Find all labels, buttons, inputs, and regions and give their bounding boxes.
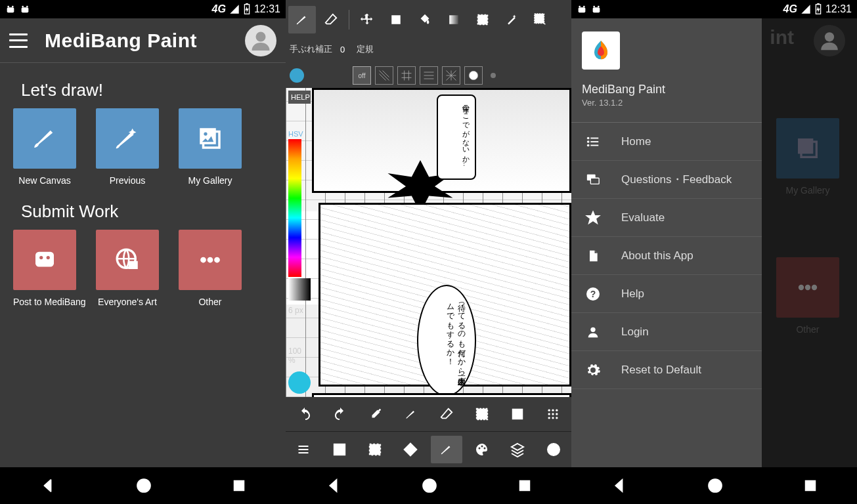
tool-wand[interactable]	[498, 6, 525, 33]
svg-point-32	[556, 410, 558, 411]
svg-rect-23	[449, 15, 458, 24]
drawer-item-feedback[interactable]: Questions・Feedback	[571, 161, 762, 199]
home-button[interactable]	[707, 477, 724, 494]
svg-rect-53	[593, 7, 600, 12]
left-panel: HELP HSV 6 px 100 %	[286, 88, 313, 397]
svg-rect-41	[405, 444, 416, 455]
avatar-button[interactable]	[245, 25, 276, 56]
recent-button[interactable]	[517, 478, 532, 493]
svg-point-62	[587, 136, 590, 139]
svg-point-51	[593, 6, 595, 8]
app-header: MediBang Paint	[0, 18, 286, 63]
transform-button[interactable]	[506, 402, 529, 426]
drawer-app-name: MediBang Paint	[582, 83, 751, 96]
svg-rect-24	[478, 15, 488, 25]
tool-move[interactable]	[353, 6, 381, 33]
tile-previous[interactable]: Previous	[96, 108, 159, 186]
svg-point-0	[7, 6, 9, 8]
ruler-concentric[interactable]	[464, 66, 483, 85]
brush-size-label[interactable]: 6 px	[288, 306, 311, 315]
tab-layers[interactable]	[502, 436, 533, 463]
svg-rect-5	[22, 7, 29, 12]
svg-point-13	[39, 256, 43, 259]
svg-point-36	[548, 417, 550, 419]
tab-palette[interactable]	[466, 436, 498, 463]
more-icon	[196, 246, 224, 274]
tool-gradient[interactable]	[440, 6, 468, 33]
section-submit: Submit Work	[21, 201, 276, 222]
svg-point-4	[26, 6, 28, 8]
menu-button[interactable]	[9, 33, 28, 48]
eyedropper-button[interactable]	[364, 402, 387, 426]
gear-icon	[584, 362, 602, 379]
svg-point-31	[552, 410, 554, 411]
tab-rotate[interactable]	[395, 436, 426, 463]
svg-rect-69	[590, 178, 599, 184]
tab-edit[interactable]	[324, 436, 355, 463]
list-icon	[584, 133, 602, 150]
tool-select[interactable]	[469, 6, 496, 33]
tile-everyones-art[interactable]: Everyone's Art	[96, 230, 159, 307]
network-label: 4G	[783, 3, 797, 15]
tool-brush[interactable]	[288, 6, 316, 33]
drawer-item-about[interactable]: About this App	[571, 237, 762, 275]
drawer-item-login[interactable]: Login	[571, 313, 762, 351]
svg-rect-74	[805, 481, 815, 491]
tool-eraser[interactable]	[317, 6, 345, 33]
svg-point-20	[138, 479, 151, 492]
globe-art-icon	[114, 246, 141, 274]
drawer-item-home[interactable]: Home	[571, 123, 762, 161]
stabilizer-value[interactable]: 0	[340, 45, 345, 54]
svg-rect-55	[817, 3, 820, 5]
tab-menu[interactable]	[288, 436, 319, 463]
tool-fill-rect[interactable]	[382, 6, 410, 33]
opacity-label[interactable]: 100 %	[288, 346, 311, 365]
svg-point-3	[22, 6, 24, 8]
back-button[interactable]	[325, 477, 342, 494]
ruler-vanish[interactable]	[442, 66, 460, 85]
bottom-toolbar	[286, 397, 571, 467]
svg-point-1	[12, 6, 14, 8]
tab-select[interactable]	[359, 436, 391, 463]
tile-new-canvas[interactable]: New Canvas	[13, 108, 76, 186]
tab-globe[interactable]	[538, 436, 569, 463]
eraser-small-button[interactable]	[435, 402, 458, 426]
tool-bucket[interactable]	[411, 6, 439, 33]
brush-icon	[31, 125, 58, 152]
tile-my-gallery[interactable]: My Gallery	[179, 108, 242, 186]
sv-picker[interactable]	[288, 278, 311, 301]
help-button[interactable]: HELP	[288, 91, 311, 104]
drawer-item-reset[interactable]: Reset to Default	[571, 351, 762, 389]
drawer-item-evaluate[interactable]: Evaluate	[571, 199, 762, 237]
tile-other[interactable]: Other	[179, 230, 242, 307]
undo-button[interactable]	[293, 402, 317, 426]
ruler-perspective[interactable]	[420, 66, 438, 85]
tile-post-medibang[interactable]: Post to MediBang	[13, 230, 76, 307]
tab-brush[interactable]	[431, 436, 462, 463]
deselect-button[interactable]	[470, 402, 494, 426]
canvas[interactable]: 留守ここでがないか… 待ってるのも何だから一人山手線ゲームでもするか！ HELP…	[286, 88, 571, 397]
drawer-item-help[interactable]: ? Help	[571, 275, 762, 313]
home-button[interactable]	[135, 477, 152, 494]
ruler-off[interactable]: off	[353, 66, 371, 85]
svg-point-11	[204, 132, 207, 135]
svg-point-17	[200, 257, 206, 263]
back-button[interactable]	[39, 477, 56, 494]
brush-preview[interactable]	[288, 371, 311, 394]
status-bar: 4G 12:31	[0, 0, 286, 18]
brush-small-button[interactable]	[399, 402, 423, 426]
svg-rect-63	[590, 137, 598, 138]
tool-select-pen[interactable]	[527, 6, 554, 33]
stabilizer-toggle[interactable]	[290, 68, 304, 83]
ruler-parallel[interactable]	[375, 66, 393, 85]
home-content: Let's draw! New Canvas Previous My Galle…	[0, 63, 286, 467]
grid-button[interactable]	[541, 402, 565, 426]
home-button[interactable]	[421, 477, 438, 494]
recent-button[interactable]	[232, 478, 246, 493]
recent-button[interactable]	[803, 478, 818, 493]
redo-button[interactable]	[328, 402, 352, 426]
top-toolbar: 手ぶれ補正 0 定規 off	[286, 0, 571, 88]
ruler-grid[interactable]	[397, 66, 416, 85]
back-button[interactable]	[611, 477, 628, 494]
hue-slider[interactable]	[288, 139, 301, 277]
